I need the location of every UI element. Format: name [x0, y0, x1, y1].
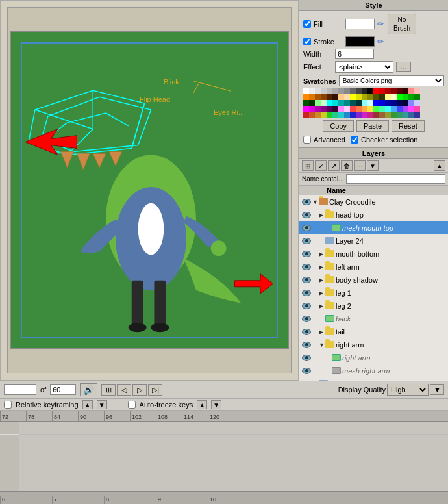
color-cell[interactable] — [379, 100, 385, 106]
color-cell[interactable] — [408, 100, 414, 106]
effect-select[interactable]: <plain> — [335, 61, 393, 73]
color-cell[interactable] — [309, 88, 315, 94]
width-input[interactable] — [335, 49, 374, 59]
color-cell[interactable] — [373, 112, 379, 118]
color-cell[interactable] — [338, 112, 344, 118]
keyframe-up-button[interactable]: ▲ — [82, 400, 93, 409]
layer-row[interactable]: ▼right arm — [299, 338, 448, 351]
no-brush-button[interactable]: NoBrush — [388, 14, 416, 34]
keyframe-down-button[interactable]: ▼ — [97, 400, 107, 409]
color-cell[interactable] — [338, 106, 344, 112]
advanced-checkbox[interactable] — [303, 136, 311, 144]
layer-row[interactable]: ▼Clay Crocodile — [299, 195, 448, 208]
playback-prev-button[interactable]: ⊞ — [101, 384, 116, 396]
color-cell[interactable] — [362, 94, 367, 100]
color-cell[interactable] — [350, 100, 356, 106]
fill-pencil-icon[interactable]: ✏ — [377, 19, 384, 29]
layer-row[interactable]: ▶leg 2 — [299, 299, 448, 312]
color-cell[interactable] — [397, 106, 403, 112]
color-cell[interactable] — [373, 94, 379, 100]
layer-eye-icon[interactable] — [301, 327, 312, 337]
stroke-pencil-icon[interactable]: ✏ — [377, 37, 384, 46]
current-frame-input[interactable] — [4, 384, 36, 395]
color-cell[interactable] — [303, 106, 309, 112]
color-cell[interactable] — [321, 88, 327, 94]
auto-freeze-checkbox[interactable] — [128, 401, 136, 409]
color-cell[interactable] — [408, 112, 414, 118]
color-cell[interactable] — [315, 88, 321, 94]
layer-row[interactable]: ▶tail — [299, 325, 448, 338]
color-cell[interactable] — [338, 100, 344, 106]
auto-freeze-up[interactable]: ▲ — [197, 400, 207, 409]
color-cell[interactable] — [414, 88, 420, 94]
color-cell[interactable] — [367, 106, 373, 112]
color-cell[interactable] — [367, 100, 373, 106]
color-cell[interactable] — [332, 106, 338, 112]
layer-row[interactable]: ▶leg 1 — [299, 286, 448, 299]
layer-eye-icon[interactable] — [301, 249, 312, 259]
layers-tool-btn-3[interactable]: ↗ — [328, 160, 340, 171]
fill-color-swatch[interactable] — [345, 19, 375, 29]
color-cell[interactable] — [379, 112, 385, 118]
layer-row[interactable]: Layer 24 — [299, 234, 448, 247]
color-cell[interactable] — [315, 100, 321, 106]
layer-row[interactable]: right arm — [299, 351, 448, 364]
filter-input[interactable] — [346, 174, 445, 184]
layers-tool-btn-5[interactable]: ··· — [354, 160, 366, 171]
color-cell[interactable] — [414, 106, 420, 112]
color-cell[interactable] — [332, 100, 338, 106]
color-cell[interactable] — [403, 106, 408, 112]
color-cell[interactable] — [373, 100, 379, 106]
color-cell[interactable] — [367, 88, 373, 94]
color-cell[interactable] — [397, 112, 403, 118]
color-cell[interactable] — [327, 94, 332, 100]
layer-eye-icon[interactable] — [301, 288, 312, 298]
color-cell[interactable] — [403, 100, 408, 106]
color-cell[interactable] — [338, 94, 344, 100]
color-cell[interactable] — [344, 112, 350, 118]
color-cell[interactable] — [350, 88, 356, 94]
color-cell[interactable] — [379, 88, 385, 94]
color-cell[interactable] — [391, 88, 397, 94]
color-cell[interactable] — [385, 88, 391, 94]
playback-frame-prev[interactable]: ◁ — [117, 384, 131, 396]
layer-row[interactable]: ▶mouth bottom — [299, 247, 448, 260]
color-cell[interactable] — [362, 106, 367, 112]
color-cell[interactable] — [303, 112, 309, 118]
layers-tool-btn-6[interactable]: ▼ — [367, 160, 379, 171]
color-cell[interactable] — [321, 106, 327, 112]
color-cell[interactable] — [356, 100, 362, 106]
effect-more-button[interactable]: ... — [396, 62, 411, 72]
color-cell[interactable] — [373, 88, 379, 94]
layer-row[interactable]: mesh mouth top — [299, 221, 448, 234]
color-cell[interactable] — [309, 100, 315, 106]
color-cell[interactable] — [344, 106, 350, 112]
color-cell[interactable] — [315, 112, 321, 118]
color-cell[interactable] — [327, 112, 332, 118]
color-cell[interactable] — [309, 94, 315, 100]
color-cell[interactable] — [332, 88, 338, 94]
color-cell[interactable] — [303, 88, 309, 94]
color-cell[interactable] — [367, 112, 373, 118]
playback-play-button[interactable]: ▷ — [132, 384, 147, 396]
color-cell[interactable] — [397, 94, 403, 100]
color-cell[interactable] — [350, 106, 356, 112]
color-cell[interactable] — [350, 112, 356, 118]
color-cell[interactable] — [385, 112, 391, 118]
color-cell[interactable] — [344, 94, 350, 100]
color-cell[interactable] — [338, 88, 344, 94]
reset-button[interactable]: Reset — [392, 120, 425, 132]
stroke-color-swatch[interactable] — [345, 36, 375, 47]
color-cell[interactable] — [303, 94, 309, 100]
layer-row[interactable]: ▶head top — [299, 208, 448, 221]
layers-scroll-btn[interactable]: ▲ — [434, 160, 445, 171]
color-cell[interactable] — [408, 88, 414, 94]
color-cell[interactable] — [327, 88, 332, 94]
color-cell[interactable] — [403, 94, 408, 100]
color-cell[interactable] — [367, 94, 373, 100]
color-cell[interactable] — [356, 88, 362, 94]
color-cell[interactable] — [362, 112, 367, 118]
color-cell[interactable] — [315, 94, 321, 100]
layer-eye-icon[interactable] — [301, 262, 312, 272]
color-cell[interactable] — [303, 100, 309, 106]
